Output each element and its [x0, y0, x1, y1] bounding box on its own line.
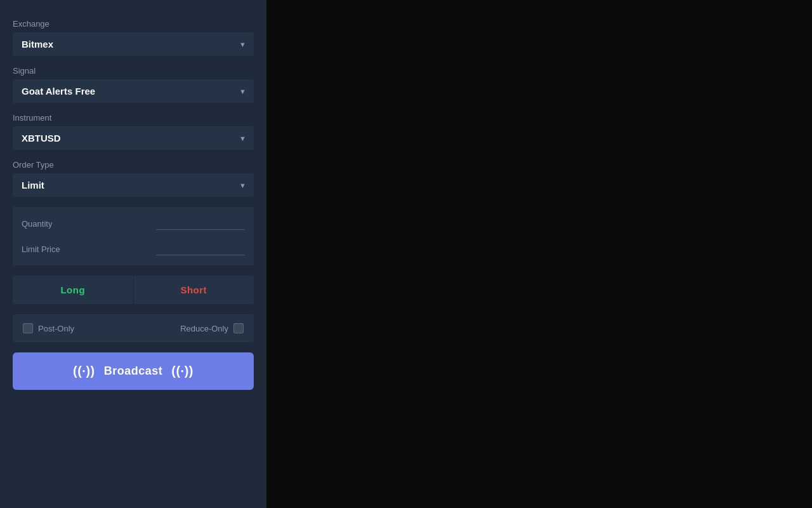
instrument-select-wrapper: XBTUSD ETHUSD ADAUSD LTCUSD: [13, 126, 254, 150]
long-button[interactable]: Long: [13, 276, 133, 304]
broadcast-button[interactable]: ((·)) Broadcast ((·)): [13, 352, 254, 390]
exchange-select[interactable]: Bitmex Binance Kraken Coinbase: [13, 32, 254, 56]
instrument-label: Instrument: [13, 113, 254, 123]
limit-price-input[interactable]: [156, 243, 245, 255]
instrument-select[interactable]: XBTUSD ETHUSD ADAUSD LTCUSD: [13, 126, 254, 150]
order-type-select-wrapper: Limit Market Stop Stop Limit: [13, 173, 254, 197]
signal-select[interactable]: Goat Alerts Free Goat Alerts Pro Custom …: [13, 79, 254, 103]
signal-label: Signal: [13, 66, 254, 76]
signal-group: Signal Goat Alerts Free Goat Alerts Pro …: [13, 66, 254, 103]
long-short-row: Long Short: [13, 276, 254, 304]
order-type-select[interactable]: Limit Market Stop Stop Limit: [13, 173, 254, 197]
instrument-group: Instrument XBTUSD ETHUSD ADAUSD LTCUSD: [13, 113, 254, 150]
options-row: Post-Only Reduce-Only: [13, 314, 254, 342]
order-type-group: Order Type Limit Market Stop Stop Limit: [13, 160, 254, 197]
post-only-group: Post-Only: [23, 323, 74, 333]
limit-price-row: Limit Price: [22, 243, 245, 255]
order-fields-panel: Quantity Limit Price: [13, 207, 254, 265]
exchange-group: Exchange Bitmex Binance Kraken Coinbase: [13, 19, 254, 56]
broadcast-icon-left: ((·)): [73, 364, 95, 378]
exchange-select-wrapper: Bitmex Binance Kraken Coinbase: [13, 32, 254, 56]
reduce-only-label[interactable]: Reduce-Only: [180, 324, 228, 333]
short-button[interactable]: Short: [133, 276, 254, 304]
broadcast-icon-right: ((·)): [171, 364, 193, 378]
right-panel: [266, 0, 812, 508]
quantity-label: Quantity: [22, 219, 52, 229]
quantity-input[interactable]: [156, 217, 245, 230]
order-type-label: Order Type: [13, 160, 254, 170]
post-only-checkbox[interactable]: [23, 323, 33, 333]
reduce-only-checkbox[interactable]: [233, 323, 244, 333]
signal-select-wrapper: Goat Alerts Free Goat Alerts Pro Custom …: [13, 79, 254, 103]
limit-price-label: Limit Price: [22, 244, 60, 254]
left-panel: Exchange Bitmex Binance Kraken Coinbase …: [0, 0, 266, 508]
quantity-row: Quantity: [22, 217, 245, 230]
reduce-only-group: Reduce-Only: [180, 323, 244, 333]
post-only-label[interactable]: Post-Only: [38, 324, 74, 333]
broadcast-label: Broadcast: [104, 364, 163, 378]
exchange-label: Exchange: [13, 19, 254, 29]
